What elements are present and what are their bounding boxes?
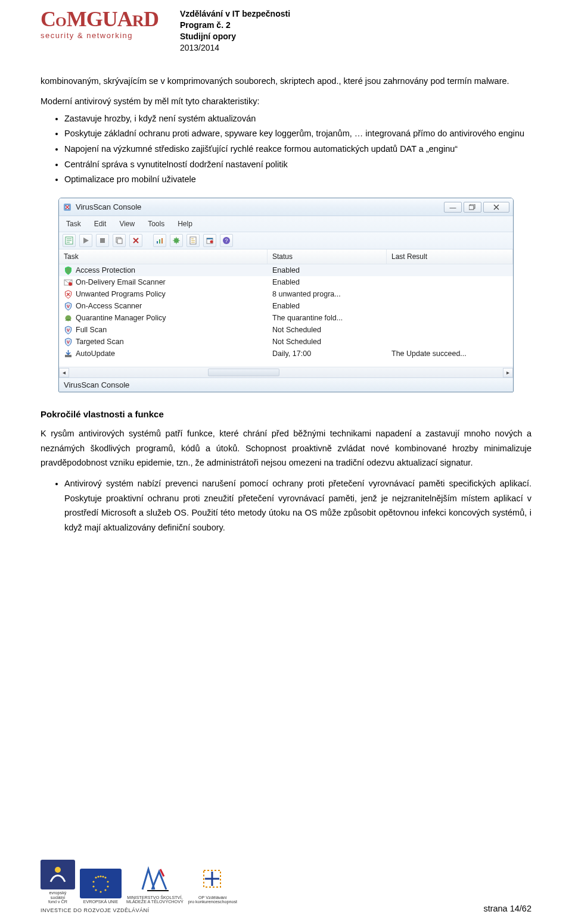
table-row[interactable]: Quarantine Manager PolicyThe quarantine … — [59, 312, 513, 324]
help-icon[interactable]: ? — [220, 234, 233, 247]
svg-rect-23 — [65, 355, 72, 357]
svg-rect-7 — [157, 241, 158, 244]
svg-text:V: V — [67, 339, 70, 345]
esf-logo: evropský sociální fond v ČR — [41, 860, 75, 904]
horizontal-scrollbar[interactable]: ◂ ▸ — [59, 367, 513, 377]
svg-point-24 — [55, 867, 61, 873]
titlebar: VirusScan Console — — [59, 198, 513, 216]
list-item: Poskytuje základní ochranu proti adware,… — [64, 126, 531, 141]
task-name: Unwanted Programs Policy — [76, 290, 166, 298]
properties-icon[interactable] — [63, 234, 76, 247]
svg-point-29 — [104, 889, 106, 891]
close-button[interactable] — [483, 202, 509, 213]
svg-point-28 — [107, 886, 108, 888]
task-status: The quarantine fold... — [268, 314, 387, 322]
table-row[interactable]: VTargeted ScanNot Scheduled — [59, 336, 513, 348]
task-status: Not Scheduled — [268, 338, 387, 346]
svg-point-33 — [92, 881, 94, 883]
document-meta: Vzdělávání v IT bezpečnosti Program č. 2… — [180, 8, 290, 54]
svg-text:V: V — [67, 304, 70, 309]
lead-in: Moderní antivirový systém by měl mít tyt… — [41, 94, 531, 109]
window-title: VirusScan Console — [76, 202, 141, 211]
svg-point-30 — [100, 891, 101, 893]
menu-tools[interactable]: Tools — [147, 218, 166, 229]
copy-icon[interactable] — [113, 234, 126, 247]
menu-edit[interactable]: Edit — [93, 218, 108, 229]
task-name: Targeted Scan — [76, 338, 124, 346]
listview-body[interactable]: Access ProtectionEnabledOn-Delivery Emai… — [59, 264, 513, 367]
svg-text:V: V — [67, 327, 70, 333]
task-status: Enabled — [268, 302, 387, 310]
feature-list: Zastavuje hrozby, i když není systém akt… — [41, 111, 531, 187]
svg-point-34 — [95, 877, 97, 879]
menu-view[interactable]: View — [118, 218, 136, 229]
column-task[interactable]: Task — [59, 249, 268, 264]
play-icon[interactable] — [79, 234, 92, 247]
shield-blue-v-icon: V — [64, 338, 73, 346]
scroll-left-arrow[interactable]: ◂ — [59, 368, 69, 377]
page-number: strana 14/62 — [483, 904, 531, 913]
svg-point-18 — [69, 282, 72, 286]
virus-list-icon[interactable] — [170, 234, 183, 247]
svg-rect-13 — [207, 238, 213, 239]
update-icon — [64, 349, 73, 358]
table-row[interactable]: AutoUpdateDaily, 17:00The Update succeed… — [59, 348, 513, 360]
restore-button[interactable] — [464, 202, 481, 213]
meta-support: Studijní opory — [180, 31, 290, 42]
task-name: Full Scan — [76, 326, 107, 334]
shield-blue-v-icon: V — [64, 326, 73, 335]
logo-tagline: security & networking — [41, 31, 158, 40]
table-row[interactable]: On-Delivery Email ScannerEnabled — [59, 276, 513, 288]
mail-shield-icon — [64, 278, 73, 287]
column-result[interactable]: Last Result — [387, 249, 513, 264]
meta-title: Vzdělávání v IT bezpečnosti — [180, 8, 290, 20]
table-row[interactable]: VOn-Access ScannerEnabled — [59, 300, 513, 312]
list-item: Zastavuje hrozby, i když není systém akt… — [64, 111, 531, 126]
menu-help[interactable]: Help — [176, 218, 194, 229]
stats-icon[interactable] — [153, 234, 166, 247]
task-listview: Task Status Last Result Access Protectio… — [59, 249, 513, 377]
task-name: On-Access Scanner — [76, 302, 142, 310]
meta-year: 2013/2014 — [180, 42, 290, 54]
app-icon — [63, 202, 72, 212]
list-item: Optimalizace pro mobilní uživatele — [64, 172, 531, 187]
task-name: On-Delivery Email Scanner — [76, 278, 166, 286]
intro-paragraph: kombinovaným, skrývajícím se v komprimov… — [41, 74, 531, 89]
listview-header[interactable]: Task Status Last Result — [59, 249, 513, 264]
task-status: 8 unwanted progra... — [268, 290, 387, 298]
menubar[interactable]: TaskEditViewToolsHelp — [59, 216, 513, 232]
scroll-right-arrow[interactable]: ▸ — [503, 368, 513, 377]
task-result: The Update succeed... — [387, 349, 513, 358]
shield-blue-v-icon: V — [64, 302, 73, 311]
meta-program: Program č. 2 — [180, 20, 290, 31]
svg-point-25 — [100, 876, 101, 878]
column-status[interactable]: Status — [268, 249, 387, 264]
shield-green-icon — [64, 266, 73, 275]
svg-point-32 — [92, 886, 94, 888]
delete-icon[interactable] — [129, 234, 142, 247]
task-name: Quarantine Manager Policy — [76, 314, 166, 322]
svg-point-31 — [95, 889, 97, 891]
task-status: Not Scheduled — [268, 326, 387, 334]
table-row[interactable]: Access ProtectionEnabled — [59, 264, 513, 276]
log-icon[interactable] — [186, 234, 200, 247]
list-item: Antivirový systém nabízí prevenci naruše… — [64, 476, 531, 535]
table-row[interactable]: VFull ScanNot Scheduled — [59, 324, 513, 336]
advanced-list: Antivirový systém nabízí prevenci naruše… — [41, 476, 531, 535]
task-name: AutoUpdate — [76, 349, 115, 358]
task-status: Enabled — [268, 266, 387, 274]
minimize-button[interactable]: — — [444, 202, 462, 213]
stop-icon[interactable] — [96, 234, 109, 247]
document-header: COMGUARD security & networking Vzděláván… — [41, 8, 531, 54]
svg-rect-6 — [117, 239, 122, 244]
svg-point-36 — [102, 876, 104, 878]
svg-point-26 — [104, 877, 106, 879]
event-icon[interactable] — [203, 234, 216, 247]
table-row[interactable]: Unwanted Programs Policy8 unwanted progr… — [59, 288, 513, 300]
menu-task[interactable]: Task — [65, 218, 82, 229]
virusscan-console-window: VirusScan Console — TaskEditViewToolsHel… — [58, 198, 514, 392]
svg-rect-2 — [469, 205, 474, 210]
svg-rect-8 — [159, 239, 160, 244]
scroll-thumb[interactable] — [208, 369, 279, 376]
msmt-logo: MINISTERSTVO ŠKOLSTVÍ, MLÁDEŽE A TĚLOVÝC… — [126, 864, 184, 904]
